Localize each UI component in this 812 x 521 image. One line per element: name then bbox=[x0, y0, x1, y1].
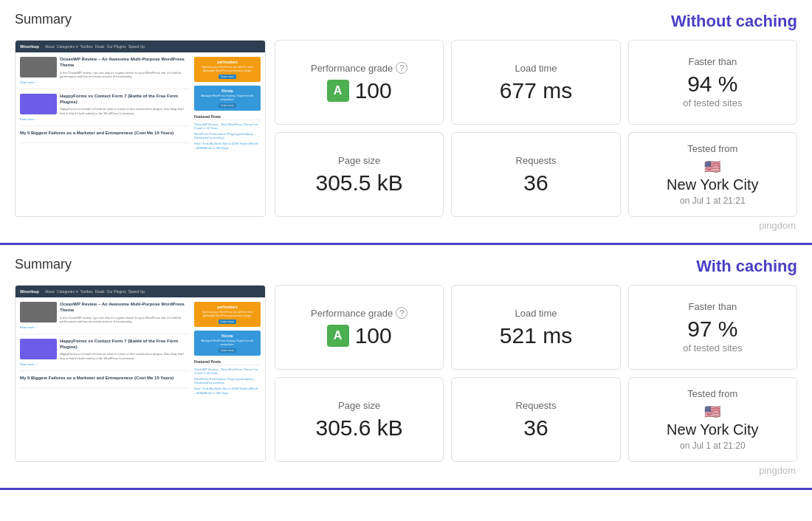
mock-featured-link-2: WordPress Performance Plugin (perfmatter… bbox=[194, 132, 261, 140]
mock-nav-links-1: About Categories ▾ Toolbox Deals Our Plu… bbox=[45, 44, 145, 49]
section2-requests-title: Requests bbox=[516, 400, 557, 411]
mock-nav-link: Our Plugins bbox=[107, 44, 126, 49]
section1-flag: 🇺🇸 bbox=[704, 159, 720, 175]
mock-featured-link-2-3: How I Took My Niche Site to 593K Visitor… bbox=[194, 387, 261, 395]
section2-body: Woorkup About Categories ▾ Toolbox Deals… bbox=[15, 285, 797, 462]
mock-post-text-2: HappyForms is a breath of fresh air when… bbox=[60, 107, 190, 115]
mock-featured-link-1: OceanWP Review – Best WordPress Theme I'… bbox=[194, 123, 261, 131]
perf-help-icon-2[interactable]: ? bbox=[396, 307, 407, 319]
mock-nav-link-2e: Our Plugins bbox=[107, 289, 126, 294]
mock-sidebar-card-text-1: Speed up your WordPress site with the mo… bbox=[197, 66, 258, 73]
mock-content-1: OceanWP Review – An Awesome Multi-Purpos… bbox=[16, 52, 265, 156]
section1-tested-from-card: Tested from 🇺🇸 New York City on Jul 1 at… bbox=[628, 132, 797, 217]
mock-post-img-2 bbox=[20, 94, 57, 114]
mock-nav-link: Speed Up bbox=[128, 44, 145, 49]
section1-date: on Jul 1 at 21:21 bbox=[680, 196, 746, 206]
section1-requests-title: Requests bbox=[516, 155, 557, 166]
mock-post-2-3: My 5 Biggest Failures as a Marketer and … bbox=[20, 376, 190, 389]
section2-city: New York City bbox=[667, 421, 759, 438]
mock-featured-link-3: How I Took My Niche Site to 593K Visitor… bbox=[194, 142, 261, 150]
section2-header: Summary With caching bbox=[15, 257, 797, 276]
mock-post-2: HappyForms vs Contact Form 7 (Battle of … bbox=[20, 94, 190, 126]
mock-nav-link: Deals bbox=[95, 44, 105, 49]
section2-grade-number: 100 bbox=[355, 323, 392, 348]
mock-sidebar-card-2-2: Kinsta Managed WordPress Hosting. Outper… bbox=[194, 331, 261, 356]
section2-load-time-card: Load time 521 ms bbox=[451, 285, 620, 370]
mock-sidebar-card-text-2-2: Managed WordPress Hosting. Outperform th… bbox=[197, 339, 258, 347]
section2-performance-grade-card: Performance grade ? A 100 bbox=[275, 285, 444, 370]
mock-read-more-1: Read more → bbox=[20, 80, 190, 84]
section1-grade-badge: A bbox=[327, 80, 349, 102]
section2-tested-from-card: Tested from 🇺🇸 New York City on Jul 1 at… bbox=[628, 377, 797, 462]
section2-caching-label: With caching bbox=[696, 257, 797, 276]
section-with-caching: Summary With caching Woorkup About Categ… bbox=[0, 245, 812, 490]
section2-load-title: Load time bbox=[515, 308, 557, 319]
mock-read-more-2: Read more → bbox=[20, 117, 190, 121]
section2-faster-sub: of tested sites bbox=[683, 342, 742, 353]
section1-page-size-card: Page size 305.5 kB bbox=[275, 132, 444, 217]
mock-nav-brand-1: Woorkup bbox=[20, 44, 39, 49]
mock-main-1: OceanWP Review – An Awesome Multi-Purpos… bbox=[20, 57, 190, 151]
section1-load-title: Load time bbox=[515, 63, 557, 74]
section2-requests-card: Requests 36 bbox=[451, 377, 620, 462]
mock-nav-link-2c: Toolbox bbox=[80, 289, 93, 294]
mock-post-title-3: My 5 Biggest Failures as a Marketer and … bbox=[20, 131, 190, 137]
mock-sidebar-card-1: perfmatters Speed up your WordPress site… bbox=[194, 57, 261, 82]
mock-featured-link-2-1: OceanWP Review – Best WordPress Theme I'… bbox=[194, 368, 261, 376]
section1-page-size-title: Page size bbox=[338, 155, 380, 166]
section2-page-size-title: Page size bbox=[338, 400, 380, 411]
section1-tested-from-title: Tested from bbox=[687, 143, 737, 154]
section1-requests-card: Requests 36 bbox=[451, 132, 620, 217]
mock-nav-link-2a: About bbox=[45, 289, 55, 294]
mock-sidebar-card-text-2: Managed WordPress Hosting. Outperform th… bbox=[197, 94, 258, 102]
section2-faster-than-card: Faster than 97 % of tested sites bbox=[628, 285, 797, 370]
section2-pingdom: pingdom bbox=[15, 465, 797, 476]
section1-faster-value: 94 % bbox=[687, 72, 737, 96]
section1-requests-value: 36 bbox=[523, 170, 548, 195]
mock-nav-1: Woorkup About Categories ▾ Toolbox Deals… bbox=[16, 41, 265, 52]
section2-faster-value: 97 % bbox=[687, 317, 737, 341]
mock-nav-link-2b: Categories ▾ bbox=[57, 289, 78, 294]
section1-load-value: 677 ms bbox=[500, 78, 572, 103]
section1-faster-title: Faster than bbox=[688, 56, 737, 67]
mock-nav-link: Categories ▾ bbox=[57, 44, 78, 49]
section1-grade-number: 100 bbox=[355, 78, 392, 103]
mock-nav-link-2f: Speed Up bbox=[128, 289, 145, 294]
mock-post-3: My 5 Biggest Failures as a Marketer and … bbox=[20, 131, 190, 144]
section2-metrics-grid: Performance grade ? A 100 Load time 521 … bbox=[275, 285, 797, 462]
mock-sidebar-card-2: Kinsta Managed WordPress Hosting. Outper… bbox=[194, 86, 261, 111]
mock-site-1: Woorkup About Categories ▾ Toolbox Deals… bbox=[16, 41, 265, 216]
section2-summary-label: Summary bbox=[15, 257, 72, 272]
mock-sidebar-card-title-2: Kinsta bbox=[197, 89, 258, 93]
mock-read-more-2-2: Read more → bbox=[20, 362, 190, 366]
mock-main-2: OceanWP Review – An Awesome Multi-Purpos… bbox=[20, 302, 190, 396]
mock-nav-link: Toolbox bbox=[80, 44, 93, 49]
mock-read-more-2-1: Read more → bbox=[20, 325, 190, 329]
section2-flag: 🇺🇸 bbox=[704, 404, 720, 420]
mock-sidebar-card-2-1: perfmatters Speed up your WordPress site… bbox=[194, 302, 261, 327]
section2-screenshot: Woorkup About Categories ▾ Toolbox Deals… bbox=[15, 285, 266, 462]
mock-nav-links-2: About Categories ▾ Toolbox Deals Our Plu… bbox=[45, 289, 145, 294]
mock-sidebar-card-text-2-1: Speed up your WordPress site with the mo… bbox=[197, 311, 258, 318]
mock-content-2: OceanWP Review – An Awesome Multi-Purpos… bbox=[16, 297, 265, 401]
section1-caching-label: Without caching bbox=[671, 12, 797, 31]
section2-tested-from-title: Tested from bbox=[687, 388, 737, 399]
section2-faster-title: Faster than bbox=[688, 301, 737, 312]
section2-load-value: 521 ms bbox=[500, 323, 572, 348]
mock-post-text-2-2: HappyForms is a breath of fresh air when… bbox=[60, 352, 190, 360]
section1-perf-value: A 100 bbox=[327, 78, 392, 103]
mock-nav-link: About bbox=[45, 44, 55, 49]
mock-sidebar-card-title-2-2: Kinsta bbox=[197, 334, 258, 338]
mock-post-img-2-2 bbox=[20, 339, 57, 359]
section1-metrics-grid: Performance grade ? A 100 Load time 677 … bbox=[275, 40, 797, 217]
section1-city: New York City bbox=[667, 176, 759, 193]
mock-featured-link-2-2: WordPress Performance Plugin (perfmatter… bbox=[194, 377, 261, 385]
section2-grade-badge: A bbox=[327, 325, 349, 347]
section2-date: on Jul 1 at 21:20 bbox=[680, 441, 746, 451]
section1-pingdom: pingdom bbox=[15, 220, 797, 231]
mock-post-title-2-3: My 5 Biggest Failures as a Marketer and … bbox=[20, 376, 190, 382]
mock-sidebar-card-btn-2: Learn more bbox=[219, 103, 236, 108]
mock-post-2-2: HappyForms vs Contact Form 7 (Battle of … bbox=[20, 339, 190, 371]
mock-sidebar-2: perfmatters Speed up your WordPress site… bbox=[194, 302, 261, 396]
perf-help-icon[interactable]: ? bbox=[396, 62, 407, 74]
